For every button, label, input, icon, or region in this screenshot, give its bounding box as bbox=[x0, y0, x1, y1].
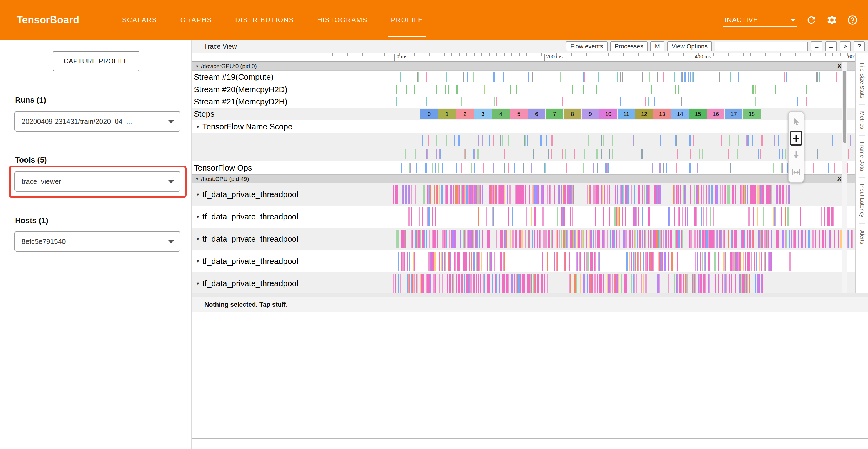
trace-event[interactable] bbox=[723, 185, 725, 204]
trace-event[interactable] bbox=[393, 274, 394, 293]
trace-event[interactable] bbox=[416, 274, 417, 293]
trace-event[interactable] bbox=[493, 72, 495, 82]
trace-event[interactable] bbox=[648, 207, 650, 226]
step-block-12[interactable]: 12 bbox=[635, 109, 653, 119]
trace-event[interactable] bbox=[766, 230, 767, 248]
trace-event[interactable] bbox=[760, 185, 762, 204]
step-block-2[interactable]: 2 bbox=[456, 109, 474, 119]
trace-event[interactable] bbox=[445, 85, 446, 94]
trace-event[interactable] bbox=[665, 230, 667, 248]
trace-event[interactable] bbox=[506, 185, 506, 204]
trace-event[interactable] bbox=[590, 230, 591, 248]
trace-event[interactable] bbox=[654, 97, 655, 106]
trace-event[interactable] bbox=[647, 185, 648, 204]
trace-event[interactable] bbox=[572, 85, 572, 94]
trace-event[interactable] bbox=[716, 230, 717, 248]
trace-event[interactable] bbox=[475, 185, 476, 204]
trace-event[interactable] bbox=[452, 185, 452, 204]
trace-event[interactable] bbox=[632, 85, 633, 94]
trace-event[interactable] bbox=[678, 207, 679, 226]
trace-event[interactable] bbox=[656, 72, 656, 82]
trace-event[interactable] bbox=[615, 207, 616, 226]
trace-event[interactable] bbox=[422, 135, 423, 146]
trace-event[interactable] bbox=[773, 163, 774, 173]
trace-event[interactable] bbox=[825, 163, 825, 173]
trace-event[interactable] bbox=[632, 274, 632, 293]
trace-event[interactable] bbox=[676, 185, 677, 204]
trace-event[interactable] bbox=[668, 252, 669, 271]
step-block-7[interactable]: 7 bbox=[546, 109, 563, 119]
trace-event[interactable] bbox=[669, 207, 669, 226]
trace-event[interactable] bbox=[583, 163, 584, 173]
trace-event[interactable] bbox=[850, 230, 851, 248]
track-label[interactable]: ▾TensorFlow Name Scope bbox=[192, 120, 332, 133]
trace-event[interactable] bbox=[504, 230, 504, 248]
trace-event[interactable] bbox=[583, 72, 584, 82]
trace-event[interactable] bbox=[719, 252, 719, 271]
trace-event[interactable] bbox=[716, 274, 716, 293]
trace-event[interactable] bbox=[480, 185, 482, 204]
trace-event[interactable] bbox=[461, 274, 462, 293]
trace-event[interactable] bbox=[602, 230, 603, 248]
tracks-scrollbar[interactable] bbox=[842, 62, 847, 293]
trace-event[interactable] bbox=[714, 185, 714, 204]
trace-event[interactable] bbox=[735, 252, 736, 271]
trace-event[interactable] bbox=[415, 185, 416, 204]
trace-event[interactable] bbox=[599, 230, 600, 248]
trace-event[interactable] bbox=[671, 149, 672, 159]
trace-event[interactable] bbox=[593, 163, 594, 173]
trace-event[interactable] bbox=[659, 185, 659, 204]
trace-event[interactable] bbox=[418, 72, 419, 82]
trace-event[interactable] bbox=[578, 252, 579, 271]
trace-event[interactable] bbox=[629, 274, 629, 293]
trace-event[interactable] bbox=[504, 163, 505, 173]
trace-event[interactable] bbox=[410, 252, 410, 271]
trace-event[interactable] bbox=[580, 252, 581, 271]
trace-event[interactable] bbox=[641, 149, 643, 159]
trace-event[interactable] bbox=[719, 230, 720, 248]
trace-event[interactable] bbox=[692, 185, 692, 204]
trace-event[interactable] bbox=[758, 185, 760, 204]
trace-event[interactable] bbox=[477, 185, 479, 204]
trace-event[interactable] bbox=[514, 207, 514, 226]
trace-help-button[interactable]: ? bbox=[854, 41, 865, 51]
trace-event[interactable] bbox=[653, 252, 654, 271]
trace-event[interactable] bbox=[533, 274, 533, 293]
trace-event[interactable] bbox=[752, 163, 752, 173]
trace-event[interactable] bbox=[738, 185, 738, 204]
trace-event[interactable] bbox=[586, 230, 587, 248]
trace-event[interactable] bbox=[552, 230, 553, 248]
trace-event[interactable] bbox=[502, 135, 503, 146]
trace-event[interactable] bbox=[777, 185, 778, 204]
trace-event[interactable] bbox=[466, 252, 467, 271]
trace-event[interactable] bbox=[822, 207, 823, 226]
trace-event[interactable] bbox=[648, 97, 649, 106]
trace-event[interactable] bbox=[757, 274, 758, 293]
trace-event[interactable] bbox=[768, 230, 769, 248]
trace-event[interactable] bbox=[645, 230, 646, 248]
trace-event[interactable] bbox=[697, 185, 698, 204]
step-block-0[interactable]: 0 bbox=[421, 109, 438, 119]
trace-event[interactable] bbox=[806, 85, 807, 94]
trace-event[interactable] bbox=[597, 252, 599, 271]
trace-event[interactable] bbox=[675, 230, 676, 248]
trace-event[interactable] bbox=[439, 230, 440, 248]
trace-event[interactable] bbox=[782, 149, 783, 159]
trace-event[interactable] bbox=[675, 135, 676, 146]
trace-event[interactable] bbox=[700, 230, 701, 248]
trace-event[interactable] bbox=[811, 149, 811, 159]
trace-event[interactable] bbox=[685, 207, 686, 226]
trace-event[interactable] bbox=[622, 207, 623, 226]
trace-event[interactable] bbox=[715, 252, 716, 271]
trace-event[interactable] bbox=[556, 185, 556, 204]
trace-event[interactable] bbox=[702, 207, 702, 226]
trace-event[interactable] bbox=[474, 185, 475, 204]
trace-event[interactable] bbox=[534, 230, 534, 248]
trace-event[interactable] bbox=[534, 230, 535, 248]
trace-event[interactable] bbox=[754, 252, 754, 271]
trace-event[interactable] bbox=[765, 252, 766, 271]
trace-event[interactable] bbox=[744, 185, 745, 204]
trace-event[interactable] bbox=[532, 72, 533, 82]
trace-event[interactable] bbox=[575, 163, 575, 173]
trace-event[interactable] bbox=[730, 252, 731, 271]
